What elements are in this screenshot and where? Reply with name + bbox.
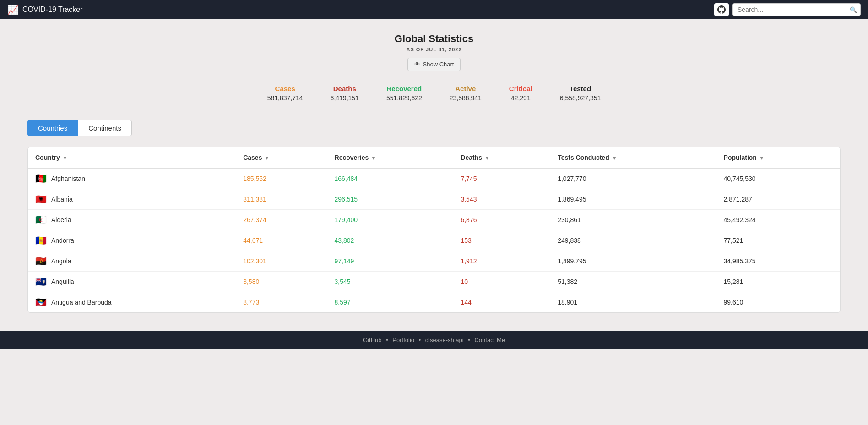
- stat-value-critical: 42,291: [509, 94, 532, 102]
- navbar-right: 🔍: [714, 3, 861, 16]
- stat-label-active: Active: [450, 85, 482, 93]
- col-header-population[interactable]: Population ▾: [716, 147, 840, 168]
- cell-tests: 18,901: [550, 292, 716, 313]
- footer-link-1[interactable]: Portfolio: [392, 337, 414, 343]
- footer-link-0[interactable]: GitHub: [363, 337, 381, 343]
- tab-countries[interactable]: Countries: [27, 120, 78, 136]
- cell-deaths: 144: [453, 292, 550, 313]
- stat-label-recovered: Recovered: [386, 85, 422, 93]
- cell-country: 🇦🇱 Albania: [28, 189, 236, 210]
- footer-link-3[interactable]: Contact Me: [474, 337, 505, 343]
- cell-population: 77,521: [716, 230, 840, 251]
- table-row: 🇩🇿 Algeria 267,374 179,400 6,876 230,861…: [28, 210, 840, 230]
- stat-box-recovered: Recovered 551,829,622: [386, 85, 422, 102]
- col-header-deaths[interactable]: Deaths ▾: [453, 147, 550, 168]
- cell-deaths: 3,543: [453, 189, 550, 210]
- footer-link-2[interactable]: disease-sh api: [425, 337, 464, 343]
- cell-deaths: 7,745: [453, 168, 550, 189]
- stat-label-tested: Tested: [560, 85, 601, 93]
- cell-cases: 267,374: [236, 210, 327, 230]
- cell-cases: 311,381: [236, 189, 327, 210]
- cell-country: 🇦🇬 Antigua and Barbuda: [28, 292, 236, 313]
- stat-value-deaths: 6,419,151: [331, 94, 359, 102]
- cell-recoveries: 43,802: [327, 230, 454, 251]
- table-body: 🇦🇫 Afghanistan 185,552 166,484 7,745 1,0…: [28, 168, 840, 312]
- stat-box-active: Active 23,588,941: [450, 85, 482, 102]
- cell-deaths: 6,876: [453, 210, 550, 230]
- col-header-cases[interactable]: Cases ▾: [236, 147, 327, 168]
- stat-box-cases: Cases 581,837,714: [267, 85, 303, 102]
- eye-icon: 👁: [414, 61, 420, 68]
- cell-deaths: 10: [453, 272, 550, 292]
- footer-separator: •: [386, 337, 388, 343]
- cell-population: 45,492,324: [716, 210, 840, 230]
- sort-arrow-recoveries: ▾: [372, 155, 375, 161]
- search-input[interactable]: [732, 3, 861, 16]
- stat-boxes: Cases 581,837,714Deaths 6,419,151Recover…: [27, 85, 841, 102]
- brand-icon: 📈: [7, 4, 19, 15]
- sort-arrow-deaths: ▾: [486, 155, 488, 161]
- flag-emoji: 🇦🇴: [35, 256, 47, 266]
- country-name: Andorra: [51, 237, 74, 244]
- cell-cases: 44,671: [236, 230, 327, 251]
- stat-value-active: 23,588,941: [450, 94, 482, 102]
- show-chart-button[interactable]: 👁 Show Chart: [407, 58, 461, 71]
- cell-tests: 230,861: [550, 210, 716, 230]
- country-name: Algeria: [51, 216, 71, 223]
- flag-emoji: 🇦🇱: [35, 195, 47, 204]
- cell-recoveries: 166,484: [327, 168, 454, 189]
- country-name: Angola: [51, 257, 71, 265]
- country-name: Albania: [51, 196, 73, 203]
- cell-population: 34,985,375: [716, 251, 840, 272]
- stat-value-recovered: 551,829,622: [386, 94, 422, 102]
- cell-recoveries: 296,515: [327, 189, 454, 210]
- footer: GitHub • Portfolio • disease-sh api • Co…: [0, 331, 868, 349]
- stats-date: AS OF JUL 31, 2022: [27, 47, 841, 52]
- navbar: 📈 COVID-19 Tracker 🔍: [0, 0, 868, 19]
- cell-tests: 51,382: [550, 272, 716, 292]
- cell-population: 15,281: [716, 272, 840, 292]
- flag-emoji: 🇦🇫: [35, 174, 47, 183]
- github-button[interactable]: [714, 3, 729, 16]
- cell-deaths: 153: [453, 230, 550, 251]
- sort-arrow-country: ▾: [64, 155, 66, 161]
- stat-box-deaths: Deaths 6,419,151: [331, 85, 359, 102]
- flag-emoji: 🇦🇩: [35, 236, 47, 245]
- sort-arrow-cases: ▾: [266, 155, 268, 161]
- data-table-wrapper: Country ▾Cases ▾Recoveries ▾Deaths ▾Test…: [27, 147, 841, 313]
- table-row: 🇦🇬 Antigua and Barbuda 8,773 8,597 144 1…: [28, 292, 840, 313]
- cell-deaths: 1,912: [453, 251, 550, 272]
- table-row: 🇦🇱 Albania 311,381 296,515 3,543 1,869,4…: [28, 189, 840, 210]
- cell-recoveries: 8,597: [327, 292, 454, 313]
- show-chart-label: Show Chart: [423, 61, 454, 68]
- stat-box-tested: Tested 6,558,927,351: [560, 85, 601, 102]
- col-header-tests[interactable]: Tests Conducted ▾: [550, 147, 716, 168]
- cell-recoveries: 3,545: [327, 272, 454, 292]
- cell-cases: 185,552: [236, 168, 327, 189]
- flag-emoji: 🇩🇿: [35, 215, 47, 224]
- page-title: Global Statistics: [27, 33, 841, 45]
- sort-arrow-population: ▾: [760, 155, 763, 161]
- stat-label-cases: Cases: [267, 85, 303, 93]
- col-header-recoveries[interactable]: Recoveries ▾: [327, 147, 454, 168]
- country-name: Antigua and Barbuda: [51, 299, 112, 306]
- stat-label-critical: Critical: [509, 85, 532, 93]
- cell-country: 🇦🇩 Andorra: [28, 230, 236, 251]
- col-header-country[interactable]: Country ▾: [28, 147, 236, 168]
- flag-emoji: 🇦🇬: [35, 298, 47, 307]
- table-row: 🇦🇩 Andorra 44,671 43,802 153 249,838 77,…: [28, 230, 840, 251]
- cell-tests: 1,869,495: [550, 189, 716, 210]
- footer-separator: •: [468, 337, 470, 343]
- stat-label-deaths: Deaths: [331, 85, 359, 93]
- table-row: 🇦🇴 Angola 102,301 97,149 1,912 1,499,795…: [28, 251, 840, 272]
- cell-country: 🇦🇴 Angola: [28, 251, 236, 272]
- tab-continents[interactable]: Continents: [78, 120, 132, 136]
- cell-recoveries: 97,149: [327, 251, 454, 272]
- cell-tests: 249,838: [550, 230, 716, 251]
- data-table: Country ▾Cases ▾Recoveries ▾Deaths ▾Test…: [28, 147, 840, 312]
- cell-population: 99,610: [716, 292, 840, 313]
- cell-country: 🇦🇮 Anguilla: [28, 272, 236, 292]
- cell-tests: 1,499,795: [550, 251, 716, 272]
- sort-arrow-tests: ▾: [613, 155, 616, 161]
- table-header: Country ▾Cases ▾Recoveries ▾Deaths ▾Test…: [28, 147, 840, 168]
